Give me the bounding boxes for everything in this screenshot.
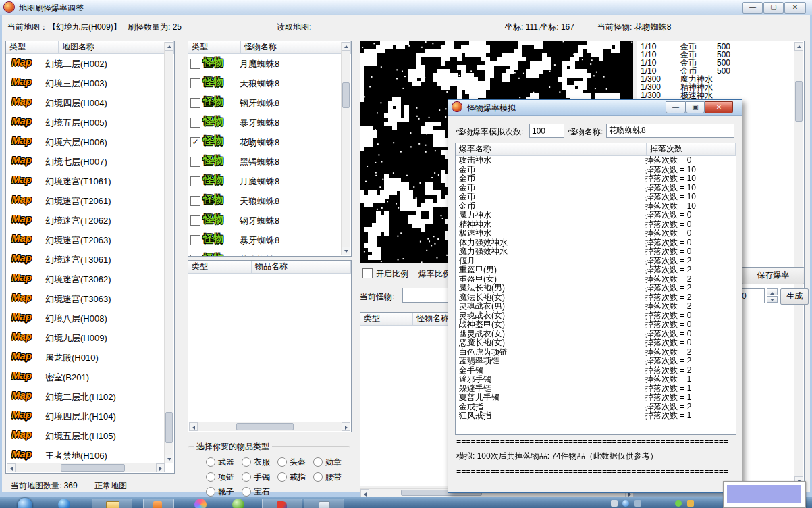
item-type-radio-option[interactable]: 武器: [206, 455, 242, 469]
simulation-table-row[interactable]: 魔法长袍(女) 掉落次数 = 2: [456, 293, 736, 303]
monster-list-row[interactable]: ✓ 怪物 花吻蜘蛛8: [188, 132, 342, 151]
radio-icon[interactable]: [277, 472, 287, 482]
simulation-table-row[interactable]: 金币 掉落次数 = 10: [456, 202, 736, 211]
radio-icon[interactable]: [313, 457, 323, 467]
monster-checkbox[interactable]: [190, 78, 200, 88]
messenger-icon[interactable]: [194, 499, 207, 508]
leaf-browser-icon[interactable]: [232, 499, 244, 508]
monster-checkbox[interactable]: [190, 118, 200, 128]
monster-list-vscrollbar[interactable]: [341, 42, 350, 255]
simulation-table-row[interactable]: 灵魂战衣(男) 掉落次数 = 2: [456, 302, 736, 311]
browser-icon[interactable]: [58, 499, 70, 508]
radio-icon[interactable]: [242, 472, 251, 482]
dialog-restore-button[interactable]: ▣: [686, 101, 705, 113]
monster-checkbox[interactable]: [190, 98, 200, 108]
taskbar-button-explorer[interactable]: [92, 499, 132, 508]
item-type-radio-option[interactable]: 手镯: [242, 469, 277, 484]
monster-checkbox[interactable]: [190, 235, 200, 245]
simulation-table-row[interactable]: 魔力强效神水 掉落次数 = 0: [456, 247, 736, 257]
monster-list-row[interactable]: 怪物 暴牙蜘蛛8: [188, 230, 342, 249]
drop-list-row[interactable]: 1/10 金币 500: [637, 51, 794, 59]
spinner-up-button[interactable]: [767, 288, 778, 295]
simulation-table-row[interactable]: 躲避手链 掉落次数 = 1: [456, 384, 736, 394]
scroll-right-button[interactable]: [156, 463, 165, 472]
map-list-row[interactable]: Map 幻境迷宫(T3061): [6, 249, 165, 269]
simulation-table-row[interactable]: 战神盔甲(女) 掉落次数 = 0: [456, 320, 736, 330]
scroll-up-button[interactable]: [794, 42, 803, 51]
scroll-right-button[interactable]: [342, 422, 350, 431]
simulation-table-row[interactable]: 金币 掉落次数 = 10: [456, 166, 736, 175]
radio-icon[interactable]: [206, 487, 215, 497]
map-list-row[interactable]: Map 幻境三层(H003): [6, 73, 165, 93]
item-type-radio-option[interactable]: 戒指: [277, 469, 313, 484]
radio-icon[interactable]: [206, 472, 215, 482]
rate-name-header[interactable]: 爆率名称: [456, 143, 647, 155]
map-list-row[interactable]: Map 幻境五层(H005): [6, 112, 165, 132]
simulation-table-row[interactable]: 重盔甲(男) 掉落次数 = 2: [456, 265, 736, 275]
drop-list-row[interactable]: 1/10 金币 500: [637, 43, 794, 51]
map-list-vscrollbar[interactable]: [164, 42, 173, 463]
monster-checkbox[interactable]: [190, 59, 200, 69]
scroll-up-button[interactable]: [165, 42, 173, 51]
item-name-header[interactable]: 物品名称: [252, 261, 351, 273]
simulation-table-row[interactable]: 狂风戒指 掉落次数 = 1: [456, 411, 736, 421]
scrollbar-thumb[interactable]: [165, 412, 173, 443]
map-list-row[interactable]: Map 幻境四层北(H104): [6, 406, 165, 426]
scroll-left-button[interactable]: [189, 422, 198, 431]
monster-checkbox[interactable]: [190, 196, 200, 206]
lower-type-header[interactable]: 类型: [360, 313, 413, 325]
tray-icon[interactable]: [687, 500, 694, 507]
monster-list-row[interactable]: 怪物 黑锷蜘蛛8: [188, 151, 342, 171]
scroll-down-button[interactable]: [165, 455, 173, 463]
map-list-row[interactable]: Map 幻境二层(H002): [6, 53, 165, 73]
dialog-monster-name-input[interactable]: [606, 124, 734, 138]
taskbar-button-app[interactable]: [143, 499, 174, 508]
window-minimize-button[interactable]: —: [742, 2, 763, 14]
dialog-close-button[interactable]: ✕: [705, 101, 733, 113]
drop-list-row[interactable]: 1/300 极速神水: [637, 91, 794, 99]
spinner-down-button[interactable]: [767, 296, 778, 303]
map-type-header[interactable]: 类型: [6, 41, 59, 53]
taskbar-button-paint[interactable]: [262, 499, 302, 508]
map-list-row[interactable]: Map 幻境八层(H008): [6, 308, 165, 328]
scrollbar-thumb[interactable]: [236, 423, 294, 430]
drop-count-header[interactable]: 掉落次数: [647, 143, 736, 155]
enable-ratio-checkbox[interactable]: [362, 268, 373, 278]
monster-checkbox[interactable]: ✓: [190, 137, 200, 147]
item-type-radio-option[interactable]: 勋章: [313, 455, 349, 469]
scrollbar-thumb[interactable]: [342, 82, 350, 108]
map-list-row[interactable]: Map 幻境迷宫(T2063): [6, 230, 165, 249]
simulation-table-row[interactable]: 金戒指 掉落次数 = 2: [456, 403, 736, 412]
simulation-table-row[interactable]: 魔法长袍(男) 掉落次数 = 2: [456, 284, 736, 293]
map-list-row[interactable]: Map 幻境迷宫(T3062): [6, 269, 165, 288]
generate-count-input[interactable]: [739, 288, 765, 303]
window-maximize-button[interactable]: ▢: [763, 2, 784, 14]
simulation-table-row[interactable]: 夏普儿手镯 掉落次数 = 1: [456, 393, 736, 403]
tray-icon[interactable]: [634, 500, 641, 507]
monster-list-row[interactable]: 怪物 暴牙蜘蛛8: [188, 112, 342, 132]
monster-type-header[interactable]: 类型: [188, 41, 241, 53]
tray-icon[interactable]: [675, 500, 682, 507]
simulation-table-row[interactable]: 攻击神水 掉落次数 = 0: [456, 156, 736, 166]
map-list-row[interactable]: Map 幻境迷宫(T3063): [6, 288, 165, 308]
map-list-row[interactable]: Map 幻境迷宫(T1061): [6, 171, 165, 190]
simulation-table-row[interactable]: 恶魔长袍(女) 掉落次数 = 0: [456, 338, 736, 348]
dialog-minimize-button[interactable]: —: [666, 101, 686, 113]
tray-icon[interactable]: [611, 500, 618, 507]
simulation-table-row[interactable]: 精神神水 掉落次数 = 0: [456, 220, 736, 230]
simulation-table-row[interactable]: 金币 掉落次数 = 10: [456, 193, 736, 202]
drop-list-vscrollbar[interactable]: [794, 42, 803, 485]
map-list-row[interactable]: Map 幻境七层(H007): [6, 151, 165, 171]
sim-count-input[interactable]: [529, 124, 564, 138]
item-type-header[interactable]: 类型: [188, 261, 252, 273]
simulation-table-row[interactable]: 避邪手镯 掉落次数 = 1: [456, 375, 736, 384]
taskbar-button-tool[interactable]: [304, 499, 344, 508]
simulation-table-row[interactable]: 灵魂战衣(女) 掉落次数 = 0: [456, 311, 736, 321]
map-list-hscrollbar[interactable]: [7, 463, 165, 472]
simulation-table-row[interactable]: 金手镯 掉落次数 = 2: [456, 366, 736, 376]
item-type-radio-option[interactable]: 头盔: [277, 455, 313, 469]
simulation-table-row[interactable]: 极速神水 掉落次数 = 0: [456, 229, 736, 238]
monster-list-row[interactable]: 怪物 月魔蜘蛛8: [188, 53, 342, 73]
monster-checkbox[interactable]: [190, 176, 200, 186]
monster-list-row[interactable]: 怪物 月魔蜘蛛8: [188, 171, 342, 190]
